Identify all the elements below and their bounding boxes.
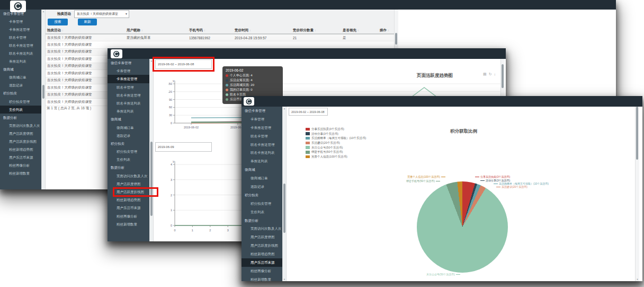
sidebar-item[interactable]: 粉丝新增数量	[0, 169, 41, 177]
download-icon[interactable]: ↓	[494, 72, 496, 76]
sidebar-item[interactable]: 联名卡推送管理	[241, 141, 282, 149]
search-button[interactable]: 搜索	[48, 19, 68, 25]
sidebar-item[interactable]: 粉丝画像分析	[108, 212, 149, 220]
sidebar-item[interactable]: 卡券推送管理	[241, 124, 282, 132]
sidebar-item[interactable]: 用户乐活币来源	[108, 204, 149, 212]
sidebar-item[interactable]: 竞价列表	[0, 106, 41, 114]
column-header[interactable]: 竞价积分数量↕	[291, 27, 341, 34]
sidebar-item[interactable]: 积分拍卖管理	[0, 98, 41, 106]
sidebar-item[interactable]: 退款记录	[108, 132, 149, 140]
sidebar-group-label[interactable]: 微商城	[241, 166, 282, 174]
sidebar-item[interactable]: 页面访问次数及人次	[241, 224, 282, 233]
sort-icon[interactable]: ↕	[357, 29, 359, 32]
sidebar-item[interactable]: 退款记录	[0, 81, 41, 89]
sidebar-item[interactable]: 用户活跃度折线图	[0, 137, 41, 145]
sidebar-item[interactable]: 用户活跃度饼图	[108, 180, 149, 188]
sidebar-item[interactable]: 微商城订单	[108, 124, 149, 132]
column-header[interactable]: 操作↕	[378, 27, 394, 34]
sidebar-item[interactable]: 积分拍卖管理	[241, 199, 282, 208]
restore-icon[interactable]: ↻	[489, 72, 492, 76]
legend-item[interactable]: 分享乐活拍卖(3个乐活币)	[306, 127, 366, 132]
sidebar-item[interactable]: 用户乐活币来源	[0, 153, 41, 161]
sidebar-group-label[interactable]: 数据分析	[0, 114, 41, 121]
legend-item[interactable]: 活动分享(3个乐活币)	[306, 132, 366, 136]
sidebar-group-label[interactable]: 积分拍卖	[241, 191, 282, 199]
sidebar-item[interactable]: 卡券管理	[241, 115, 282, 124]
sidebar-item[interactable]: 页面访问次数及人次	[108, 172, 149, 180]
sidebar-item[interactable]: 联名卡推送列表	[241, 149, 282, 157]
sidebar-item[interactable]: 竞价列表	[108, 155, 149, 163]
sidebar-item[interactable]: 微商城订单	[241, 174, 282, 182]
sidebar-item[interactable]: 用户活跃度饼图	[241, 233, 282, 241]
legend-item[interactable]: 绑定手机号(50个乐活币)	[306, 150, 366, 154]
column-header[interactable]: 手机号码↕	[187, 27, 233, 34]
legend-item[interactable]: 乐活建议(20个乐活币)	[306, 141, 366, 145]
sidebar-item[interactable]: 粉丝新增趋势图	[241, 250, 282, 258]
sort-icon[interactable]: ↕	[62, 29, 64, 32]
sidebar-item[interactable]: 粉丝新增趋势图	[108, 196, 149, 204]
sort-icon[interactable]: ↕	[388, 29, 389, 32]
sidebar-group-label[interactable]: 微商城	[0, 65, 41, 73]
scrollbar-thumb[interactable]	[150, 142, 153, 216]
sidebar-group-label[interactable]: 微信卡券管理	[108, 59, 149, 67]
scrollbar-thumb[interactable]	[42, 85, 44, 99]
scroll-down-icon[interactable]: ▼	[636, 278, 639, 281]
scrollbar-thumb[interactable]	[502, 64, 504, 88]
legend-item[interactable]: 关注公众号(50个乐活币)	[306, 145, 366, 150]
column-header[interactable]: 是否领先↕	[341, 27, 378, 34]
date-range-input[interactable]	[289, 108, 328, 116]
sidebar-item[interactable]: 粉丝画像分析	[0, 161, 41, 169]
column-header[interactable]: 用户昵称↕	[125, 27, 187, 34]
sidebar-group-label[interactable]: 积分拍卖	[108, 140, 149, 147]
sidebar-group-label[interactable]: 数据分析	[241, 216, 282, 225]
legend-item[interactable]: 完善个人信息(100个乐活币)	[306, 154, 366, 159]
sidebar-scrollbar[interactable]: ▲ ▼	[282, 107, 287, 281]
sidebar-item[interactable]: 积分拍卖管理	[108, 147, 149, 155]
sidebar-item[interactable]: 联名卡推送列表	[0, 49, 41, 57]
sidebar-item[interactable]: 联名卡管理	[241, 132, 282, 141]
sidebar-item[interactable]: 券推送列表	[108, 107, 149, 115]
sidebar-item[interactable]: 用户活跃度饼图	[0, 129, 41, 137]
scroll-down-icon[interactable]: ▼	[283, 278, 286, 281]
sidebar-item[interactable]: 卡券推送管理	[108, 75, 149, 83]
column-header[interactable]: 竞价时间↕	[233, 27, 291, 34]
sidebar-group-label[interactable]: 数据分析	[108, 163, 149, 171]
sidebar-item[interactable]: 卡券推送管理	[0, 25, 41, 33]
content-scrollbar[interactable]: ▼	[635, 107, 639, 281]
sidebar-group-label[interactable]: 微商城	[108, 115, 149, 123]
scroll-up-icon[interactable]: ▲	[150, 59, 153, 62]
scrollbar-thumb[interactable]	[283, 184, 285, 233]
scroll-up-icon[interactable]: ▲	[283, 107, 286, 110]
column-header[interactable]: 拍卖活动↕	[46, 27, 125, 34]
sidebar-item[interactable]: 微商城订单	[0, 73, 41, 81]
scroll-up-icon[interactable]: ▲	[42, 10, 45, 13]
sidebar-item[interactable]: 粉丝画像分析	[241, 267, 282, 275]
sidebar-scrollbar[interactable]: ▲	[149, 59, 154, 241]
sidebar-item[interactable]: 竞价列表	[241, 208, 282, 216]
sort-icon[interactable]: ↕	[315, 29, 316, 32]
sidebar-item[interactable]: 卡券管理	[108, 67, 149, 75]
sidebar-group-label[interactable]: 积分拍卖	[0, 89, 41, 97]
sidebar-item[interactable]: 页面访问次数及人次	[0, 121, 41, 129]
sidebar-item[interactable]: 用户活跃度折线图	[241, 241, 282, 250]
sidebar-item[interactable]: 联名卡管理	[0, 33, 41, 41]
sidebar-item[interactable]: 联名卡管理	[108, 83, 149, 91]
legend-item[interactable]: 乐活购晒单（每周五可领取）(10个乐活币)	[306, 136, 366, 141]
sidebar-item[interactable]: 用户乐活币来源	[241, 258, 282, 267]
sidebar-item[interactable]: 用户活跃度折线图	[108, 188, 149, 196]
sidebar-item[interactable]: 券推送列表	[0, 57, 41, 65]
refresh-button[interactable]: 刷新	[78, 19, 97, 25]
scrollbar-thumb[interactable]	[395, 33, 397, 45]
sidebar-item[interactable]: 退款记录	[241, 182, 282, 191]
sidebar-item[interactable]: 券推送列表	[241, 157, 282, 166]
data-view-icon[interactable]: ▤	[483, 72, 487, 76]
sidebar-item[interactable]: 粉丝新增趋势图	[0, 145, 41, 153]
sidebar-scrollbar[interactable]: ▲	[41, 10, 46, 189]
sidebar-item[interactable]: 卡券管理	[0, 18, 41, 25]
sidebar-item[interactable]: 粉丝新增数量	[108, 220, 149, 228]
sidebar-item[interactable]: 粉丝新增数量	[241, 275, 282, 281]
sidebar-item[interactable]: 联名卡推送列表	[108, 99, 149, 107]
scrollbar-thumb[interactable]	[636, 107, 638, 160]
date-range-input[interactable]	[155, 59, 212, 69]
sidebar-group-label[interactable]: 微信卡券管理	[241, 107, 282, 115]
